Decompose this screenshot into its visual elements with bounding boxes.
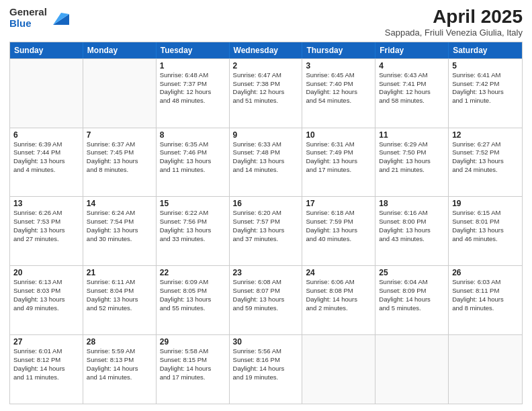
day-info: Sunrise: 6:22 AM Sunset: 7:56 PM Dayligh… [160,209,226,243]
day-info: Sunrise: 6:01 AM Sunset: 8:12 PM Dayligh… [13,347,79,381]
day-number: 19 [452,199,519,208]
calendar-cell: 28Sunrise: 5:59 AM Sunset: 8:13 PM Dayli… [83,335,157,404]
day-info: Sunrise: 6:48 AM Sunset: 7:37 PM Dayligh… [160,71,226,105]
calendar-cell: 7Sunrise: 6:37 AM Sunset: 7:45 PM Daylig… [83,128,157,197]
day-info: Sunrise: 6:39 AM Sunset: 7:44 PM Dayligh… [13,140,79,175]
day-info: Sunrise: 6:31 AM Sunset: 7:49 PM Dayligh… [306,140,371,175]
calendar-week: 1Sunrise: 6:48 AM Sunset: 7:37 PM Daylig… [10,58,522,128]
day-number: 15 [160,199,226,208]
day-number: 17 [306,199,371,208]
day-number: 26 [452,268,519,277]
day-number: 30 [233,337,299,347]
calendar-cell: 18Sunrise: 6:16 AM Sunset: 8:00 PM Dayli… [375,197,449,265]
calendar-cell: 25Sunrise: 6:04 AM Sunset: 8:09 PM Dayli… [375,266,449,334]
day-info: Sunrise: 6:29 AM Sunset: 7:50 PM Dayligh… [379,140,445,175]
calendar-cell: 29Sunrise: 5:58 AM Sunset: 8:15 PM Dayli… [157,335,230,404]
day-info: Sunrise: 5:56 AM Sunset: 8:16 PM Dayligh… [233,347,299,381]
calendar-cell: 17Sunrise: 6:18 AM Sunset: 7:59 PM Dayli… [302,197,375,265]
calendar-cell [302,335,375,404]
day-number: 4 [379,61,445,71]
day-number: 23 [233,268,299,277]
calendar-header: SundayMondayTuesdayWednesdayThursdayFrid… [10,42,522,58]
day-number: 24 [306,268,371,277]
calendar-week: 13Sunrise: 6:26 AM Sunset: 7:53 PM Dayli… [10,196,522,265]
day-number: 21 [87,268,152,277]
calendar-cell: 4Sunrise: 6:43 AM Sunset: 7:41 PM Daylig… [375,59,449,128]
day-info: Sunrise: 6:16 AM Sunset: 8:00 PM Dayligh… [379,209,445,243]
calendar-cell: 27Sunrise: 6:01 AM Sunset: 8:12 PM Dayli… [10,335,83,404]
day-number: 6 [13,130,79,140]
calendar-cell [375,335,449,404]
calendar-cell: 30Sunrise: 5:56 AM Sunset: 8:16 PM Dayli… [230,335,303,404]
day-number: 28 [87,337,152,347]
day-info: Sunrise: 6:47 AM Sunset: 7:38 PM Dayligh… [233,71,299,105]
weekday-header: Monday [83,42,157,58]
calendar-cell: 5Sunrise: 6:41 AM Sunset: 7:42 PM Daylig… [449,59,522,128]
day-number: 7 [87,130,152,140]
calendar-cell: 2Sunrise: 6:47 AM Sunset: 7:38 PM Daylig… [230,59,303,128]
calendar-cell: 26Sunrise: 6:03 AM Sunset: 8:11 PM Dayli… [449,266,522,334]
day-info: Sunrise: 6:26 AM Sunset: 7:53 PM Dayligh… [13,209,79,243]
calendar-cell: 8Sunrise: 6:35 AM Sunset: 7:46 PM Daylig… [157,128,230,197]
day-number: 27 [13,337,79,347]
day-info: Sunrise: 6:04 AM Sunset: 8:09 PM Dayligh… [379,278,445,312]
calendar-cell: 10Sunrise: 6:31 AM Sunset: 7:49 PM Dayli… [302,128,375,197]
day-number: 13 [13,199,79,208]
day-number: 25 [379,268,445,277]
day-info: Sunrise: 6:11 AM Sunset: 8:04 PM Dayligh… [87,278,152,312]
calendar-cell: 20Sunrise: 6:13 AM Sunset: 8:03 PM Dayli… [10,266,83,334]
logo-icon [50,9,69,28]
calendar-cell: 19Sunrise: 6:15 AM Sunset: 8:01 PM Dayli… [449,197,522,265]
calendar-cell [83,59,157,128]
day-number: 8 [160,130,226,140]
calendar-cell: 9Sunrise: 6:33 AM Sunset: 7:48 PM Daylig… [230,128,303,197]
weekday-header: Sunday [10,42,83,58]
day-info: Sunrise: 6:03 AM Sunset: 8:11 PM Dayligh… [452,278,519,312]
day-info: Sunrise: 6:45 AM Sunset: 7:40 PM Dayligh… [306,71,371,105]
subtitle: Sappada, Friuli Venezia Giulia, Italy [385,28,523,38]
day-number: 10 [306,130,371,140]
day-info: Sunrise: 5:59 AM Sunset: 8:13 PM Dayligh… [87,347,152,381]
calendar-week: 6Sunrise: 6:39 AM Sunset: 7:44 PM Daylig… [10,128,522,197]
calendar-cell: 11Sunrise: 6:29 AM Sunset: 7:50 PM Dayli… [375,128,449,197]
day-info: Sunrise: 6:13 AM Sunset: 8:03 PM Dayligh… [13,278,79,312]
day-info: Sunrise: 6:08 AM Sunset: 8:07 PM Dayligh… [233,278,299,312]
main-title: April 2025 [385,7,523,28]
logo-text: General Blue [9,7,47,29]
day-number: 18 [379,199,445,208]
day-info: Sunrise: 6:06 AM Sunset: 8:08 PM Dayligh… [306,278,371,312]
calendar-week: 20Sunrise: 6:13 AM Sunset: 8:03 PM Dayli… [10,265,522,334]
day-info: Sunrise: 6:33 AM Sunset: 7:48 PM Dayligh… [233,140,299,175]
calendar-cell [449,335,522,404]
calendar-cell [10,59,83,128]
calendar-cell: 22Sunrise: 6:09 AM Sunset: 8:05 PM Dayli… [157,266,230,334]
calendar-cell: 6Sunrise: 6:39 AM Sunset: 7:44 PM Daylig… [10,128,83,197]
calendar-week: 27Sunrise: 6:01 AM Sunset: 8:12 PM Dayli… [10,334,522,404]
page: General Blue April 2025 Sappada, Friuli … [0,0,532,411]
weekday-header: Thursday [302,42,375,58]
day-info: Sunrise: 6:41 AM Sunset: 7:42 PM Dayligh… [452,71,519,105]
calendar-cell: 21Sunrise: 6:11 AM Sunset: 8:04 PM Dayli… [83,266,157,334]
calendar-cell: 13Sunrise: 6:26 AM Sunset: 7:53 PM Dayli… [10,197,83,265]
calendar-cell: 14Sunrise: 6:24 AM Sunset: 7:54 PM Dayli… [83,197,157,265]
calendar-body: 1Sunrise: 6:48 AM Sunset: 7:37 PM Daylig… [10,58,522,404]
day-info: Sunrise: 6:35 AM Sunset: 7:46 PM Dayligh… [160,140,226,175]
day-info: Sunrise: 6:18 AM Sunset: 7:59 PM Dayligh… [306,209,371,243]
day-number: 12 [452,130,519,140]
calendar-cell: 16Sunrise: 6:20 AM Sunset: 7:57 PM Dayli… [230,197,303,265]
day-number: 11 [379,130,445,140]
day-number: 22 [160,268,226,277]
day-number: 5 [452,61,519,71]
day-number: 3 [306,61,371,71]
day-number: 2 [233,61,299,71]
calendar-cell: 24Sunrise: 6:06 AM Sunset: 8:08 PM Dayli… [302,266,375,334]
weekday-header: Saturday [449,42,522,58]
day-number: 1 [160,61,226,71]
day-info: Sunrise: 6:27 AM Sunset: 7:52 PM Dayligh… [452,140,519,175]
weekday-header: Friday [375,42,449,58]
calendar-cell: 23Sunrise: 6:08 AM Sunset: 8:07 PM Dayli… [230,266,303,334]
calendar: SundayMondayTuesdayWednesdayThursdayFrid… [9,42,523,404]
day-number: 9 [233,130,299,140]
weekday-header: Wednesday [230,42,303,58]
day-number: 14 [87,199,152,208]
